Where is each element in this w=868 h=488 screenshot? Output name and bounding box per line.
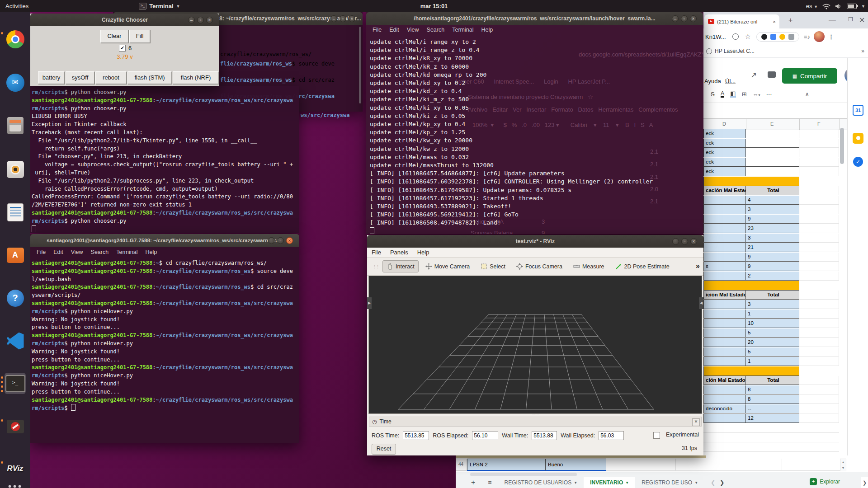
reboot-button[interactable]: reboot [95, 71, 127, 84]
maximize-icon[interactable]: ▫ [277, 237, 284, 244]
tab-inventario[interactable]: INVENTARIO▼ [584, 477, 635, 488]
bookmarks-overflow[interactable]: » [861, 48, 864, 54]
menu-item-file[interactable]: File [373, 27, 382, 33]
col-e[interactable]: E [770, 121, 774, 127]
dock-item-vscode[interactable] [5, 330, 26, 352]
sheet-row[interactable]: 1 [703, 310, 868, 319]
menu-item-search[interactable]: Search [91, 249, 109, 255]
sheet-grid[interactable]: eckeckeckeckeckcación Mal EstadoTotal439… [703, 129, 868, 461]
mini-vscroll-arrows[interactable]: ▲▼ [840, 459, 846, 471]
terminal-output[interactable]: santiagorg2401@santiagorg2401-G7-7588:~$… [32, 259, 293, 413]
dock-item-rhythmbox[interactable] [5, 159, 26, 180]
menu-item-view[interactable]: View [407, 27, 419, 33]
sheet-empty-row[interactable] [703, 433, 868, 442]
bookmark-item[interactable]: HP LaserJet C... [715, 48, 755, 54]
time-field-value[interactable]: 5513.85 [403, 431, 429, 440]
sheet-vscrollbar[interactable] [840, 128, 844, 164]
maximize-icon[interactable]: ▫ [197, 17, 204, 23]
minimize-icon[interactable]: – [672, 238, 679, 245]
sheet-hscrollbar[interactable] [456, 472, 868, 477]
translate-icon[interactable] [770, 34, 776, 40]
dock-item-thunderbird[interactable]: ✉ [5, 72, 26, 93]
sheet-row[interactable]: 8 [703, 385, 868, 395]
profile-avatar[interactable] [814, 31, 825, 42]
col-f[interactable]: F [817, 121, 821, 127]
close-icon[interactable]: × [286, 237, 293, 244]
close-icon[interactable]: × [349, 15, 355, 22]
menu-item-terminal[interactable]: Terminal [452, 27, 473, 33]
menu-item-edit[interactable]: Edit [389, 27, 399, 33]
sysoff-button[interactable]: sysOff [66, 71, 94, 84]
sheet-row[interactable]: 20 [703, 338, 868, 347]
dock-item-rviz[interactable]: RViz [5, 458, 26, 479]
tab-scroll-right[interactable]: ❯ [713, 477, 731, 488]
sheet-row[interactable]: 2 [703, 272, 868, 281]
menu-ayuda[interactable]: Ayuda [704, 78, 721, 84]
titlebar[interactable]: test.rviz* - RViz [367, 235, 703, 248]
focused-app-menu[interactable]: >_ Terminal ▼ [133, 0, 185, 12]
rviz-menubar[interactable]: FilePanelsHelp [367, 248, 703, 258]
menu-item-file[interactable]: File [37, 249, 46, 255]
dock-item-libreoffice-writer[interactable] [5, 202, 26, 223]
menu-item-help[interactable]: Help [417, 249, 429, 256]
cell-empty[interactable] [606, 459, 676, 471]
cell-bueno[interactable]: Bueno [546, 459, 606, 471]
minimize-icon[interactable]: – [268, 237, 275, 244]
dock-item-terminal[interactable]: >_ [5, 373, 26, 394]
sheet-row[interactable]: 1 [703, 357, 868, 366]
rviz-3d-viewport[interactable] [368, 276, 702, 414]
collapse-toolbar-icon[interactable]: ∧ [805, 91, 810, 98]
close-icon[interactable]: × [690, 238, 697, 245]
row-number[interactable]: 44 [456, 459, 467, 471]
add-sheet-button[interactable]: + [456, 477, 481, 488]
cf-checkbox-row[interactable]: ✔ 6 [119, 45, 132, 52]
cell-lpsn2[interactable]: LPSN 2 [467, 459, 546, 471]
sheet-row[interactable]: 9 [703, 253, 868, 262]
time-field-value[interactable]: 5513.88 [532, 431, 557, 440]
menu-item-view[interactable]: View [71, 249, 83, 255]
fill-button[interactable]: Fill [129, 30, 150, 43]
left-panel-expander[interactable]: ▶ [367, 297, 372, 309]
chrome-url-bar[interactable]: Kn1W... ☆ ≡♪ ⋮ [703, 28, 868, 45]
flash--stm--button[interactable]: flash (STM) [127, 71, 172, 84]
sheet-row[interactable]: 10 [703, 319, 868, 328]
comment-icon[interactable] [768, 71, 776, 78]
tool-interact-button[interactable]: Interact [382, 260, 419, 272]
cell-empty[interactable] [782, 459, 840, 471]
calendar-icon[interactable]: 31 [853, 105, 863, 116]
sheet-row[interactable]: 5 [703, 347, 868, 357]
share-button[interactable]: ▦ Compartir [782, 68, 837, 84]
battery-button[interactable]: battery [38, 71, 65, 84]
tool-select-button[interactable]: Select [476, 260, 509, 272]
sheet-row[interactable]: 9 [703, 215, 868, 224]
activities-button[interactable]: Activities [0, 0, 34, 12]
tool-pose-button[interactable]: 2D Pose Estimate [611, 260, 674, 272]
chrome-menu-icon[interactable]: ⋮ [828, 33, 834, 40]
tool-focus-button[interactable]: Focus Camera [512, 260, 566, 272]
time-panel-header[interactable]: ◷ Time ✕ [369, 417, 702, 427]
browser-tab[interactable]: (211) Bitcraze onl × [704, 14, 779, 28]
menu-item-file[interactable]: File [372, 249, 381, 256]
adblock-icon[interactable] [761, 34, 767, 40]
sheet-row[interactable]: 23 [703, 224, 868, 234]
puzzle-icon[interactable] [788, 34, 794, 40]
terminal-window-chooser[interactable]: rm/scripts$ python chooser.pysantiagorg2… [30, 86, 299, 233]
flash--nrf--button[interactable]: flash (NRF) [173, 71, 219, 84]
tab-registro-uso[interactable]: REGISTRO DE USO▼ [635, 477, 704, 488]
system-menu-chevron[interactable]: ▼ [861, 4, 865, 9]
sheet-row[interactable]: 3 [703, 205, 868, 215]
menu-item-terminal[interactable]: Terminal [116, 249, 137, 255]
menu-item-help[interactable]: Help [481, 27, 493, 33]
dock-item-help[interactable]: ? [5, 287, 26, 309]
reset-button[interactable]: Reset [372, 444, 396, 455]
all-sheets-button[interactable]: ≡ [481, 477, 498, 488]
close-icon[interactable]: × [690, 15, 697, 22]
menu-item-edit[interactable]: Edit [53, 249, 63, 255]
terminal-scrollbar[interactable] [359, 27, 361, 103]
minimize-icon[interactable]: – [330, 15, 337, 22]
toolbar-grip[interactable]: ⋮⋮ [373, 264, 379, 269]
toolbar-overflow[interactable]: » [696, 262, 700, 270]
sheet-row[interactable]: deconocido-- [703, 404, 868, 414]
sheet-row[interactable]: 12 [703, 414, 868, 423]
dock-item-chrome[interactable] [5, 28, 26, 50]
